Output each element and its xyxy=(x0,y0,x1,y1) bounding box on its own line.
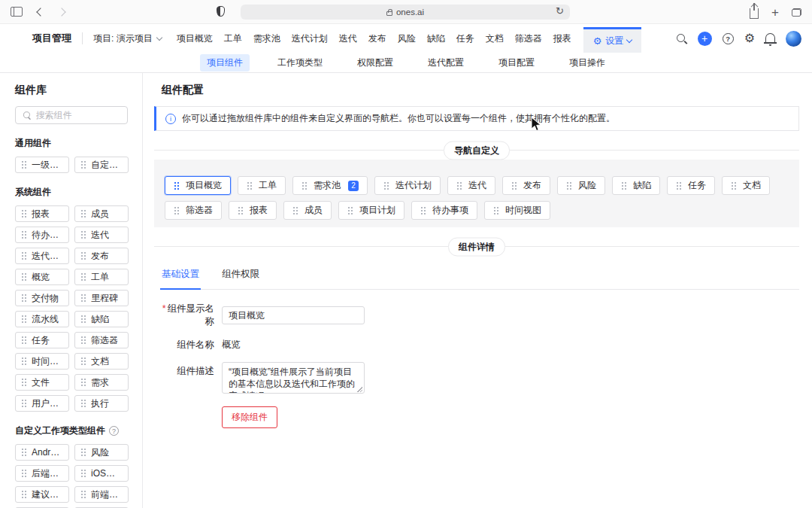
settings-sub-nav-tab[interactable]: 权限配置 xyxy=(350,54,400,71)
tab-overview-icon[interactable] xyxy=(792,8,801,17)
component-chip[interactable]: 用户故事 xyxy=(15,395,69,412)
project-nav-item[interactable]: 任务 xyxy=(456,32,474,45)
chevron-down-icon xyxy=(626,37,632,43)
component-chip[interactable]: 交付物 xyxy=(15,290,69,306)
help-icon[interactable] xyxy=(109,426,119,436)
privacy-shield-icon[interactable] xyxy=(217,6,225,17)
sidebar-toggle-icon[interactable] xyxy=(11,7,23,17)
forward-icon[interactable] xyxy=(59,9,65,15)
description-textarea[interactable]: “项目概览”组件展示了当前项目的基本信息以及迭代和工作项的完成情况。 xyxy=(222,362,365,394)
project-nav-item[interactable]: 筛选器 xyxy=(515,32,542,45)
search-input-wrap[interactable] xyxy=(15,106,128,124)
nav-component-chip[interactable]: 时间视图 xyxy=(484,201,550,220)
component-chip[interactable]: 待办事项 xyxy=(15,227,69,243)
nav-component-chip[interactable]: 迭代 xyxy=(447,176,495,195)
drag-handle-icon xyxy=(80,160,86,169)
component-chip[interactable]: 工单 xyxy=(74,269,129,285)
component-chip[interactable]: 概览 xyxy=(15,269,69,285)
nav-component-chip[interactable]: 风险 xyxy=(557,176,605,195)
component-chip[interactable]: 后端任务 xyxy=(15,465,69,482)
component-chip[interactable]: 报表 xyxy=(15,205,69,222)
project-nav-item[interactable]: 迭代计划 xyxy=(292,32,328,45)
component-chip[interactable]: 里程碑 xyxy=(74,290,129,306)
display-name-label: *组件显示名称 xyxy=(154,303,214,328)
nav-custom-divider: 导航自定义 xyxy=(154,150,799,151)
component-chip[interactable]: 执行 xyxy=(74,395,129,412)
search-input[interactable] xyxy=(36,110,121,120)
menu-icon[interactable] xyxy=(12,35,23,43)
admin-gear-icon[interactable]: ⚙ xyxy=(744,32,755,44)
detail-tab[interactable]: 组件权限 xyxy=(220,262,261,289)
component-chip[interactable]: 前端任务 xyxy=(74,486,129,503)
nav-component-chip[interactable]: 迭代计划 xyxy=(374,176,441,195)
component-chip[interactable]: 文件 xyxy=(15,374,69,391)
chevron-down-icon xyxy=(156,34,162,40)
component-chip[interactable]: 需求 xyxy=(74,374,129,391)
product-name[interactable]: 项目管理 xyxy=(32,32,71,45)
nav-component-chip[interactable]: 任务 xyxy=(667,176,715,195)
nav-component-chip[interactable]: 报表 xyxy=(229,201,277,220)
display-name-input[interactable] xyxy=(222,306,365,324)
component-chip[interactable]: iOS缺陷 xyxy=(74,465,129,482)
project-nav-item[interactable]: 文档 xyxy=(486,32,504,45)
system-components: 报表 成员 待办事项 迭代 迭代计划 发布 xyxy=(15,205,128,412)
help-icon[interactable] xyxy=(723,33,734,44)
project-nav-item[interactable]: 需求池 xyxy=(253,32,280,45)
back-icon[interactable] xyxy=(38,9,44,15)
settings-sub-nav-tab[interactable]: 项目组件 xyxy=(200,54,250,71)
notification-bell-icon[interactable] xyxy=(765,35,775,42)
project-nav-item[interactable]: 风险 xyxy=(398,32,416,45)
project-nav-item[interactable]: 工单 xyxy=(224,32,242,45)
component-chip[interactable]: 发布 xyxy=(74,248,129,264)
nav-component-chip[interactable]: 筛选器 xyxy=(165,201,222,220)
component-chip[interactable]: 时间视图 xyxy=(15,353,69,370)
component-chip[interactable]: 迭代 xyxy=(74,227,129,243)
project-nav-item[interactable]: 缺陷 xyxy=(427,32,445,45)
component-chip[interactable]: 缺陷 xyxy=(74,311,129,327)
component-chip[interactable]: 任务 xyxy=(15,332,69,348)
project-nav-item[interactable]: 报表 xyxy=(553,32,571,45)
component-chip[interactable]: 文档 xyxy=(74,353,129,370)
settings-sub-nav-tab[interactable]: 项目操作 xyxy=(562,54,612,71)
component-chip[interactable]: 成员 xyxy=(74,205,129,222)
component-chip[interactable]: 建议反馈 xyxy=(15,486,69,503)
nav-component-chip[interactable]: 项目计划 xyxy=(338,201,404,220)
nav-component-chip[interactable]: 项目概览 xyxy=(165,176,231,195)
component-chip[interactable]: 筛选器 xyxy=(74,332,129,348)
component-chip[interactable]: 流水线 xyxy=(15,311,69,327)
share-icon[interactable] xyxy=(750,5,759,19)
settings-sub-nav-tab[interactable]: 工作项类型 xyxy=(271,54,329,71)
remove-component-button[interactable]: 移除组件 xyxy=(222,406,277,428)
settings-sub-nav-tab[interactable]: 项目配置 xyxy=(492,54,541,71)
settings-tab[interactable]: ⚙ 设置 xyxy=(583,27,642,53)
nav-component-chip[interactable]: 发布 xyxy=(502,176,550,195)
component-chip[interactable]: 迭代计划 xyxy=(15,248,69,264)
component-chip[interactable]: 一级导航 xyxy=(15,157,69,173)
create-button[interactable]: + xyxy=(698,32,712,46)
project-nav-item[interactable]: 迭代 xyxy=(339,32,357,45)
drag-handle-icon xyxy=(347,206,353,215)
nav-component-chip[interactable]: 需求池 2 xyxy=(292,176,368,195)
avatar[interactable] xyxy=(786,31,801,47)
nav-component-chip[interactable]: 缺陷 xyxy=(612,176,660,195)
nav-component-chip[interactable]: 工单 xyxy=(238,176,286,195)
project-nav-item[interactable]: 项目概览 xyxy=(177,32,213,45)
url-bar[interactable]: ones.ai ↻ xyxy=(241,5,570,20)
project-nav-item[interactable]: 发布 xyxy=(368,32,386,45)
component-chip[interactable]: 自定义... xyxy=(74,157,129,173)
detail-tab[interactable]: 基础设置 xyxy=(160,262,201,290)
reload-icon[interactable]: ↻ xyxy=(556,5,564,17)
new-tab-icon[interactable]: + xyxy=(771,6,779,19)
divider xyxy=(82,32,83,44)
project-selector[interactable]: 项目: 演示项目 xyxy=(93,32,162,45)
component-chip[interactable]: Android... xyxy=(15,444,69,461)
nav-component-chip[interactable]: 待办事项 xyxy=(411,201,477,220)
drag-handle-icon xyxy=(80,336,86,345)
settings-sub-nav-tab[interactable]: 迭代配置 xyxy=(421,54,471,71)
nav-component-chip[interactable]: 成员 xyxy=(283,201,332,220)
gear-icon: ⚙ xyxy=(593,36,602,46)
search-icon[interactable] xyxy=(676,33,687,44)
component-chip[interactable]: 风险 xyxy=(74,444,129,461)
nav-component-chip[interactable]: 文档 xyxy=(722,176,770,195)
browser-chrome: ones.ai ↻ + xyxy=(0,0,812,24)
